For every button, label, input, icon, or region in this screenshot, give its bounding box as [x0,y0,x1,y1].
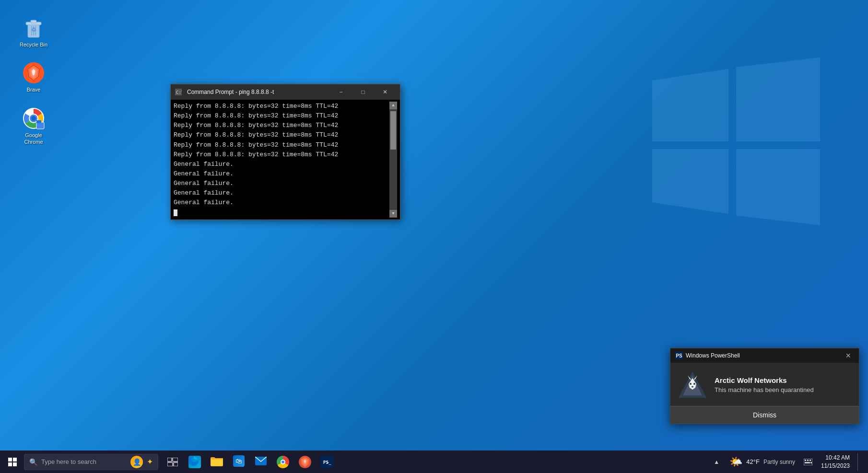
task-view-icon [166,456,179,468]
powershell-notification: PS Windows PowerShell ✕ [670,348,859,424]
brave-desktop-icon[interactable]: Brave [14,59,53,95]
cmd-line-1: Reply from 8.8.8.8: bytes=32 time=8ms TT… [174,102,389,111]
taskbar-app-icons: 🛍 [162,451,338,473]
cmd-icon: C:\ [175,88,182,96]
svg-rect-42 [807,460,809,461]
brave-image [22,61,45,84]
cmd-line-8: General failure. [174,169,389,179]
cmd-scrollbar[interactable]: ▲ ▼ [389,102,397,218]
powershell-taskbar-icon: PS >_ [321,456,333,468]
store-icon: 🛍 [233,455,245,469]
cmd-cursor-line [174,208,389,218]
taskbar-right-area: ▲ 🌤️ 42°F Partly sunny 10:42 AM 11/15/20… [711,453,865,471]
show-hidden-icons-button[interactable]: ▲ [711,457,722,467]
scroll-down-arrow[interactable]: ▼ [389,210,397,218]
cmd-titlebar: C:\ Command Prompt - ping 8.8.8.8 -t − □… [171,84,400,100]
arctic-wolf-logo [678,370,707,399]
keyboard-layout-icon[interactable] [803,457,813,467]
edge-icon [188,456,201,468]
google-chrome-label: Google Chrome [16,132,51,146]
show-desktop-button[interactable] [857,453,861,471]
close-button[interactable]: ✕ [374,84,396,100]
cmd-line-10: General failure. [174,188,389,198]
mail-taskbar-button[interactable] [250,451,271,473]
notification-titlebar: PS Windows PowerShell ✕ [670,348,859,363]
svg-rect-29 [173,458,178,461]
windows-logo-watermark [652,58,820,225]
svg-rect-44 [805,462,806,463]
weather-temp: 42°F [746,458,760,465]
taskbar-clock[interactable]: 10:42 AM 11/15/2023 [817,453,854,471]
svg-point-26 [693,383,695,385]
notification-title: Windows PowerShell [686,352,840,359]
google-chrome-desktop-icon[interactable]: Google Chrome [14,105,53,148]
svg-point-27 [692,386,693,388]
brave-taskbar-button[interactable] [294,451,316,473]
maximize-button[interactable]: □ [352,84,374,100]
svg-rect-33 [211,460,222,465]
desktop-icons: ♻ Recycle Bin Brave [14,14,53,147]
svg-text:♻: ♻ [31,26,36,33]
notification-close-button[interactable]: ✕ [843,351,854,360]
search-icon: 🔍 [29,458,37,466]
svg-rect-6 [31,20,36,23]
task-view-button[interactable] [162,451,183,473]
svg-rect-28 [167,458,172,461]
recycle-bin-image: ♻ [22,16,45,39]
cmd-line-2: Reply from 8.8.8.8: bytes=32 time=8ms TT… [174,111,389,121]
cmd-line-3: Reply from 8.8.8.8: bytes=32 time=8ms TT… [174,121,389,130]
recycle-bin-icon[interactable]: ♻ Recycle Bin [14,14,53,50]
clock-time: 10:42 AM [821,454,850,462]
svg-marker-1 [736,58,820,141]
cmd-line-4: Reply from 8.8.8.8: bytes=32 time=8ms TT… [174,130,389,140]
svg-text:🛍: 🛍 [235,457,242,465]
notification-text-block: Arctic Wolf Networks This machine has be… [715,376,814,393]
weather-condition: Partly sunny [763,459,795,465]
windows-start-logo [8,458,17,466]
cmd-body: Reply from 8.8.8.8: bytes=32 time=8ms TT… [171,100,400,219]
cmd-output: Reply from 8.8.8.8: bytes=32 time=8ms TT… [174,102,389,218]
notification-heading: Arctic Wolf Networks [715,376,814,384]
edge-taskbar-button[interactable] [184,451,205,473]
taskbar-search-box[interactable]: 🔍 Type here to search 👤 ✦ [24,454,158,470]
mail-icon [255,457,267,467]
chrome-taskbar-button[interactable] [272,451,293,473]
svg-rect-43 [809,460,811,461]
svg-rect-30 [167,462,173,466]
svg-rect-46 [810,462,812,463]
command-prompt-window: C:\ Command Prompt - ping 8.8.8.8 -t − □… [170,84,400,220]
start-button[interactable] [3,452,22,472]
powershell-icon: PS [675,352,683,359]
svg-point-15 [31,116,36,121]
desktop: ♻ Recycle Bin Brave [0,0,868,450]
svg-rect-18 [36,120,41,123]
svg-rect-41 [805,460,806,461]
svg-marker-3 [736,149,820,225]
scroll-thumb[interactable] [390,111,396,150]
cmd-title-text: Command Prompt - ping 8.8.8.8 -t [187,89,327,95]
chevron-up-icon: ▲ [714,459,719,465]
powershell-taskbar-button[interactable]: PS >_ [317,451,338,473]
cmd-line-5: Reply from 8.8.8.8: bytes=32 time=8ms TT… [174,140,389,150]
search-placeholder-text: Type here to search [41,458,127,465]
svg-text:C:\: C:\ [176,90,182,95]
scroll-up-arrow[interactable]: ▲ [389,102,397,109]
svg-text:>_: >_ [327,461,331,465]
notification-body-text: This machine has been quarantined [715,386,814,393]
store-taskbar-button[interactable]: 🛍 [228,451,249,473]
brave-label: Brave [27,86,41,93]
chrome-image [22,107,45,130]
file-explorer-icon [211,456,223,468]
brave-taskbar-icon [299,456,311,468]
search-sparkle-icon: ✦ [147,457,153,466]
taskbar: 🔍 Type here to search 👤 ✦ [0,450,868,473]
dismiss-button[interactable]: Dismiss [670,406,859,424]
minimize-button[interactable]: − [330,84,352,100]
svg-point-25 [690,383,692,385]
chrome-taskbar-icon [277,456,289,468]
weather-widget[interactable]: 🌤️ 42°F Partly sunny [726,454,799,470]
window-controls: − □ ✕ [330,84,396,100]
svg-rect-16 [36,122,44,129]
file-explorer-taskbar-button[interactable] [206,451,227,473]
svg-marker-0 [652,69,728,141]
